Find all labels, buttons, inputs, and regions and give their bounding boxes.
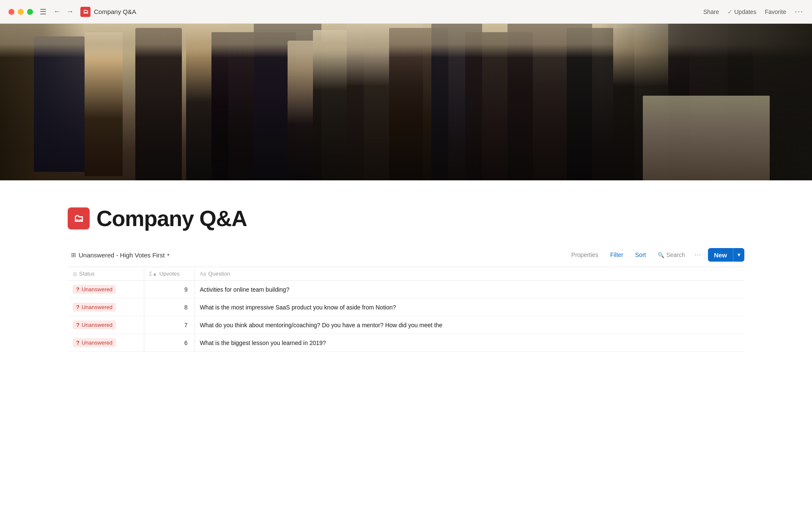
new-btn-chevron-icon[interactable]: ▾ xyxy=(733,249,744,260)
table-body: ?Unanswered9Activities for online team b… xyxy=(68,281,744,352)
upvotes-cell: 7 xyxy=(144,316,195,334)
upvotes-col-label: Upvotes xyxy=(159,271,180,277)
page-icon-small: 🗂 xyxy=(80,7,91,17)
upvotes-cell: 9 xyxy=(144,281,195,298)
status-col-label: Status xyxy=(79,271,95,277)
status-badge: ?Unanswered xyxy=(73,303,116,312)
database-table: ◎ Status Σ▲ Upvotes Aa Question xyxy=(68,267,744,352)
forward-button[interactable]: → xyxy=(64,6,75,17)
status-q-icon: ? xyxy=(76,340,80,346)
table-row[interactable]: ?Unanswered9Activities for online team b… xyxy=(68,281,744,298)
view-selector[interactable]: ⊞ Unanswered - High Votes First ▾ xyxy=(68,250,173,260)
question-cell[interactable]: What is the most impressive SaaS product… xyxy=(195,298,744,316)
table-row[interactable]: ?Unanswered7What do you think about ment… xyxy=(68,316,744,334)
status-q-icon: ? xyxy=(76,286,80,293)
db-toolbar-left: ⊞ Unanswered - High Votes First ▾ xyxy=(68,250,173,260)
status-q-icon: ? xyxy=(76,304,80,310)
status-badge: ?Unanswered xyxy=(73,338,116,347)
traffic-lights xyxy=(8,9,33,15)
updates-button[interactable]: ✓ Updates xyxy=(727,8,756,15)
main-content: 🗂 Company Q&A ⊞ Unanswered - High Votes … xyxy=(0,180,812,369)
filter-button[interactable]: Filter xyxy=(608,250,626,260)
status-cell: ?Unanswered xyxy=(68,298,144,316)
status-label: Unanswered xyxy=(82,322,112,328)
status-cell: ?Unanswered xyxy=(68,281,144,298)
page-title: Company Q&A xyxy=(96,206,247,231)
status-badge: ?Unanswered xyxy=(73,320,116,329)
titlebar-title: Company Q&A xyxy=(94,8,703,15)
status-label: Unanswered xyxy=(82,286,112,293)
question-cell[interactable]: What do you think about mentoring/coachi… xyxy=(195,316,744,334)
column-header-status: ◎ Status xyxy=(68,267,144,281)
table-row[interactable]: ?Unanswered8What is the most impressive … xyxy=(68,298,744,316)
updates-label: Updates xyxy=(734,8,756,15)
status-cell: ?Unanswered xyxy=(68,316,144,334)
properties-button[interactable]: Properties xyxy=(569,250,601,260)
question-cell[interactable]: Activities for online team building? xyxy=(195,281,744,298)
db-toolbar-right: Properties Filter Sort 🔍 Search ··· New … xyxy=(569,248,744,262)
check-icon: ✓ xyxy=(727,8,732,15)
titlebar: ☰ ← → 🗂 Company Q&A Share ✓ Updates Favo… xyxy=(0,0,812,24)
page-icon-large: 🗂 xyxy=(68,207,90,229)
search-button[interactable]: 🔍 Search xyxy=(655,250,687,260)
search-label: Search xyxy=(666,251,685,258)
chevron-down-icon: ▾ xyxy=(167,252,170,258)
page-title-row: 🗂 Company Q&A xyxy=(68,206,744,231)
status-label: Unanswered xyxy=(82,340,112,346)
view-name: Unanswered - High Votes First xyxy=(79,251,165,259)
titlebar-actions: Share ✓ Updates Favorite ··· xyxy=(703,7,804,16)
status-cell: ?Unanswered xyxy=(68,334,144,352)
sort-button[interactable]: Sort xyxy=(633,250,649,260)
nav-arrows: ← → xyxy=(52,6,75,17)
share-button[interactable]: Share xyxy=(703,8,719,15)
back-button[interactable]: ← xyxy=(52,6,63,17)
new-button[interactable]: New ▾ xyxy=(708,248,744,262)
sidebar-toggle-icon[interactable]: ☰ xyxy=(40,7,47,17)
column-header-upvotes: Σ▲ Upvotes xyxy=(144,267,195,281)
upvotes-cell: 6 xyxy=(144,334,195,352)
minimize-button[interactable] xyxy=(18,9,24,15)
question-cell[interactable]: What is the biggest lesson you learned i… xyxy=(195,334,744,352)
database-toolbar: ⊞ Unanswered - High Votes First ▾ Proper… xyxy=(68,248,744,267)
more-button[interactable]: ··· xyxy=(795,7,804,16)
column-header-question: Aa Question xyxy=(195,267,744,281)
status-badge: ?Unanswered xyxy=(73,285,116,294)
favorite-button[interactable]: Favorite xyxy=(765,8,786,15)
more-options-button[interactable]: ··· xyxy=(694,251,701,259)
status-label: Unanswered xyxy=(82,304,112,310)
upvotes-col-icon: Σ▲ xyxy=(149,271,157,277)
upvotes-cell: 8 xyxy=(144,298,195,316)
table-row[interactable]: ?Unanswered6What is the biggest lesson y… xyxy=(68,334,744,352)
new-button-label: New xyxy=(708,249,733,261)
hero-banner xyxy=(0,24,812,180)
maximize-button[interactable] xyxy=(27,9,33,15)
table-header: ◎ Status Σ▲ Upvotes Aa Question xyxy=(68,267,744,281)
status-q-icon: ? xyxy=(76,322,80,328)
close-button[interactable] xyxy=(8,9,14,15)
grid-icon: ⊞ xyxy=(71,251,76,258)
question-col-icon: Aa xyxy=(200,271,206,277)
status-col-icon: ◎ xyxy=(73,271,77,277)
question-col-label: Question xyxy=(208,271,230,277)
search-icon: 🔍 xyxy=(658,252,664,258)
